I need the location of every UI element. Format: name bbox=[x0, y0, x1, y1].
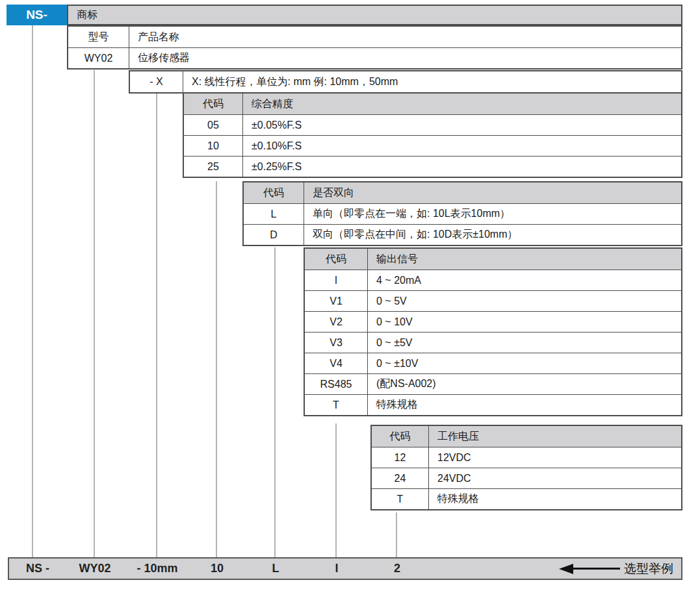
stroke-table: - X X: 线性行程，单位为: mm 例: 10mm，50mm bbox=[129, 70, 682, 94]
left-arrow-icon bbox=[559, 564, 573, 574]
desc-cell: 4 ~ 20mA bbox=[368, 270, 681, 290]
example-part: NS - bbox=[26, 559, 49, 579]
accuracy-table: 代码 综合精度 05 ±0.05%F.S 10 ±0.10%F.S 25 ±0.… bbox=[183, 92, 682, 178]
code-cell: 24 bbox=[372, 468, 429, 488]
desc-cell: 工作电压 bbox=[429, 426, 681, 447]
code-cell: 代码 bbox=[244, 182, 304, 203]
desc-cell: 0 ~ ±5V bbox=[368, 333, 681, 353]
example-part: L bbox=[272, 559, 279, 579]
desc-cell: 0 ~ 5V bbox=[368, 291, 681, 311]
code-cell: 05 bbox=[184, 115, 243, 135]
table-row: 24 24VDC bbox=[372, 468, 681, 488]
example-pointer: 选型举例 bbox=[559, 559, 673, 579]
table-row: RS485 (配NS-A002) bbox=[305, 373, 681, 394]
table-row: 05 ±0.05%F.S bbox=[184, 114, 681, 135]
connector-line bbox=[94, 70, 95, 557]
code-cell: WY02 bbox=[68, 48, 129, 68]
example-part: I bbox=[335, 559, 338, 579]
connector-line bbox=[396, 512, 397, 557]
table-row: 型号 产品名称 bbox=[68, 27, 681, 47]
desc-cell: ±0.25%F.S bbox=[243, 157, 681, 177]
example-part: 2 bbox=[394, 559, 400, 579]
code-cell: T bbox=[305, 395, 368, 415]
table-row: WY02 位移传感器 bbox=[68, 47, 681, 68]
code-cell: 代码 bbox=[305, 249, 368, 270]
table-row: T 特殊规格 bbox=[372, 488, 681, 509]
example-part: WY02 bbox=[79, 559, 110, 579]
desc-cell: 单向（即零点在一端，如: 10L表示10mm） bbox=[304, 204, 681, 224]
code-cell: I bbox=[305, 270, 368, 290]
desc-cell: 特殊规格 bbox=[368, 395, 681, 415]
table-row: L 单向（即零点在一端，如: 10L表示10mm） bbox=[244, 203, 681, 224]
code-cell: 25 bbox=[184, 157, 243, 177]
table-header-row: 代码 是否双向 bbox=[244, 182, 681, 203]
code-cell: V1 bbox=[305, 291, 368, 311]
desc-cell: 0 ~ 10V bbox=[368, 312, 681, 332]
ordering-code-diagram: NS- 商标 型号 产品名称 WY02 位移传感器 - X X: 线性行程，单位… bbox=[0, 0, 700, 591]
table-header-row: 代码 综合精度 bbox=[184, 94, 681, 114]
desc-cell: 0 ~ ±10V bbox=[368, 353, 681, 373]
table-header-row: 代码 工作电压 bbox=[372, 426, 681, 447]
connector-line bbox=[274, 247, 276, 557]
connector-line bbox=[335, 423, 337, 557]
code-cell: 代码 bbox=[372, 426, 429, 447]
example-bar: NS - WY02 - 10mm 10 L I 2 选型举例 bbox=[8, 557, 682, 580]
voltage-table: 代码 工作电压 12 12VDC 24 24VDC T 特殊规格 bbox=[370, 425, 682, 510]
code-cell: T bbox=[372, 489, 429, 509]
example-part: 10 bbox=[211, 559, 224, 579]
table-row: 25 ±0.25%F.S bbox=[184, 156, 681, 177]
code-cell: 代码 bbox=[184, 94, 243, 114]
desc-cell: 位移传感器 bbox=[129, 48, 681, 68]
table-row: T 特殊规格 bbox=[305, 394, 681, 415]
code-cell: V3 bbox=[305, 333, 368, 353]
connector-line bbox=[216, 181, 217, 557]
code-cell: RS485 bbox=[305, 374, 368, 394]
table-row: V3 0 ~ ±5V bbox=[305, 332, 681, 353]
desc-cell: 输出信号 bbox=[368, 249, 681, 270]
code-cell: V2 bbox=[305, 312, 368, 332]
desc-cell: 是否双向 bbox=[304, 182, 681, 203]
trademark-label: 商标 bbox=[77, 8, 97, 22]
code-cell: L bbox=[244, 204, 304, 224]
trademark-cell: 商标 bbox=[67, 5, 682, 25]
code-cell: 12 bbox=[372, 447, 429, 468]
table-row: - X X: 线性行程，单位为: mm 例: 10mm，50mm bbox=[130, 71, 681, 92]
code-cell: D bbox=[244, 225, 304, 245]
desc-cell: 特殊规格 bbox=[429, 489, 681, 509]
desc-cell: 产品名称 bbox=[129, 27, 681, 47]
desc-cell: 24VDC bbox=[429, 468, 681, 488]
desc-cell: 12VDC bbox=[429, 447, 681, 468]
table-header-row: 代码 输出信号 bbox=[305, 249, 681, 270]
connector-line bbox=[156, 93, 157, 557]
connector-line bbox=[32, 25, 33, 557]
desc-cell: 综合精度 bbox=[243, 94, 681, 114]
output-signal-table: 代码 输出信号 I 4 ~ 20mA V1 0 ~ 5V V2 0 ~ 10V … bbox=[304, 247, 682, 416]
direction-table: 代码 是否双向 L 单向（即零点在一端，如: 10L表示10mm） D 双向（即… bbox=[242, 181, 682, 246]
example-label: 选型举例 bbox=[624, 560, 673, 577]
desc-cell: X: 线性行程，单位为: mm 例: 10mm，50mm bbox=[183, 71, 681, 92]
desc-cell: (配NS-A002) bbox=[368, 374, 681, 394]
example-part: - 10mm bbox=[136, 559, 177, 579]
table-row: V4 0 ~ ±10V bbox=[305, 353, 681, 373]
code-cell: 10 bbox=[184, 136, 243, 156]
table-row: V1 0 ~ 5V bbox=[305, 290, 681, 311]
code-cell: V4 bbox=[305, 353, 368, 373]
prefix-code-box: NS- bbox=[6, 5, 67, 25]
table-row: 10 ±0.10%F.S bbox=[184, 135, 681, 156]
prefix-code-label: NS- bbox=[26, 8, 47, 22]
table-row: D 双向（即零点在中间，如: 10D表示±10mm） bbox=[244, 224, 681, 245]
model-table: 型号 产品名称 WY02 位移传感器 bbox=[67, 25, 682, 69]
left-arrow-tail bbox=[573, 568, 620, 570]
desc-cell: 双向（即零点在中间，如: 10D表示±10mm） bbox=[304, 225, 681, 245]
desc-cell: ±0.10%F.S bbox=[243, 136, 681, 156]
code-cell: - X bbox=[130, 71, 183, 92]
table-row: 12 12VDC bbox=[372, 447, 681, 468]
table-row: I 4 ~ 20mA bbox=[305, 270, 681, 290]
code-cell: 型号 bbox=[68, 27, 129, 47]
desc-cell: ±0.05%F.S bbox=[243, 115, 681, 135]
table-row: V2 0 ~ 10V bbox=[305, 311, 681, 332]
